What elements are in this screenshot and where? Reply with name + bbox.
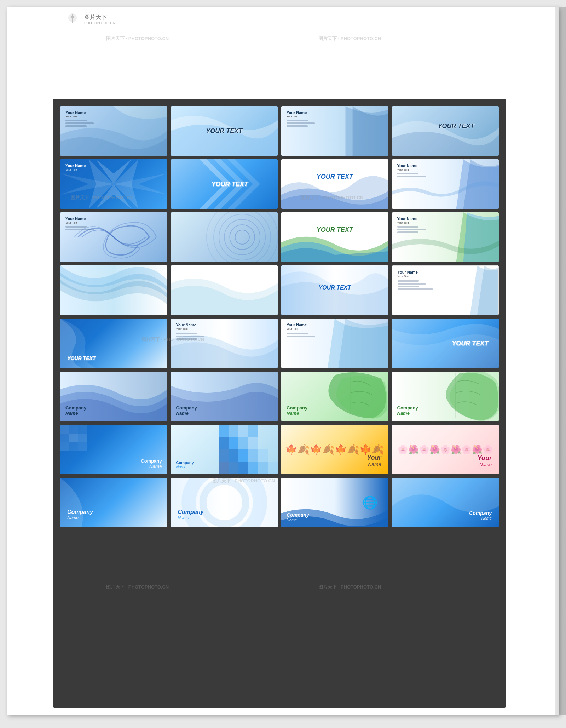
card-5[interactable]: Your Name Your Text bbox=[60, 159, 167, 209]
logo-icon bbox=[64, 11, 81, 28]
card-5-sub: Your Text bbox=[65, 168, 86, 172]
card-26[interactable]: Company Name bbox=[171, 425, 278, 474]
svg-point-9 bbox=[235, 230, 249, 244]
card-15[interactable]: YOUR TEXT bbox=[281, 265, 388, 315]
card-25[interactable]: Company Name bbox=[60, 425, 167, 474]
card-29[interactable]: Company Name bbox=[60, 478, 167, 527]
svg-rect-22 bbox=[78, 434, 87, 442]
svg-point-10 bbox=[230, 225, 255, 250]
card-12[interactable]: Your Name Your Text bbox=[392, 212, 499, 262]
svg-rect-23 bbox=[78, 442, 87, 451]
card-22[interactable]: Company Name bbox=[171, 372, 278, 421]
card-8-sub: Your Text bbox=[397, 168, 426, 172]
card-26-company: Company bbox=[176, 460, 194, 465]
card-4-text: YOUR TEXT bbox=[438, 122, 474, 130]
svg-rect-19 bbox=[78, 425, 87, 434]
svg-rect-17 bbox=[60, 434, 69, 442]
card-9[interactable]: Your Name Your Text bbox=[60, 212, 167, 262]
card-18-sub: Your Text bbox=[176, 327, 204, 331]
svg-rect-20 bbox=[60, 442, 69, 451]
card-3[interactable]: Your Name Your Text bbox=[281, 106, 388, 156]
card-22-name: Name bbox=[176, 411, 197, 416]
card-28-name2: Name bbox=[478, 462, 492, 467]
card-31-company: Company bbox=[287, 512, 309, 518]
card-32-company: Company bbox=[469, 510, 492, 516]
card-32[interactable]: Company Name bbox=[392, 478, 499, 527]
card-9-sub: Your Text bbox=[65, 221, 94, 225]
shadow-right bbox=[555, 7, 566, 715]
card-11-text: YOUR TEXT bbox=[317, 226, 353, 234]
svg-rect-18 bbox=[69, 434, 78, 442]
card-25-company: Company bbox=[141, 458, 162, 464]
dark-panel: Your Name Your Text YOUR TEXT Your Name … bbox=[53, 99, 506, 708]
card-24-company: Company bbox=[397, 405, 418, 411]
card-12-sub: Your Text bbox=[397, 221, 426, 225]
card-23-company: Company bbox=[287, 405, 307, 411]
card-29-company: Company bbox=[67, 509, 93, 515]
card-18[interactable]: Your Name Your Text bbox=[171, 319, 278, 368]
card-3-name: Your Name bbox=[287, 110, 315, 115]
card-17-text: YOUR TEXT bbox=[67, 355, 96, 361]
svg-rect-16 bbox=[69, 425, 78, 434]
card-12-name: Your Name bbox=[397, 217, 426, 221]
card-4[interactable]: YOUR TEXT bbox=[392, 106, 499, 156]
card-15-text: YOUR TEXT bbox=[318, 285, 351, 291]
svg-point-12 bbox=[219, 214, 265, 260]
card-2[interactable]: YOUR TEXT bbox=[171, 106, 278, 156]
card-30-company: Company bbox=[178, 509, 204, 515]
card-16[interactable]: Your Name Your Text bbox=[392, 265, 499, 315]
card-11[interactable]: YOUR TEXT bbox=[281, 212, 388, 262]
card-8[interactable]: Your Name Your Text bbox=[392, 159, 499, 209]
logo-text: 图片天下 bbox=[84, 14, 115, 21]
card-26-name: Name bbox=[176, 465, 194, 469]
card-27-name: Your bbox=[367, 454, 381, 462]
logo-sub: PHOTOPHOTO.CN bbox=[84, 21, 115, 25]
card-19[interactable]: Your Name Your Text bbox=[281, 319, 388, 368]
svg-point-25 bbox=[203, 481, 246, 524]
card-16-name: Your Name bbox=[398, 270, 433, 274]
card-17[interactable]: YOUR TEXT bbox=[60, 319, 167, 368]
globe-icon: 🌐 bbox=[362, 495, 378, 510]
svg-rect-21 bbox=[69, 442, 78, 451]
card-6[interactable]: YOUR TEXT bbox=[171, 159, 278, 209]
card-28[interactable]: 🌸🌺🌸🌺🌸🌺🌸🌺🌸 Your Name bbox=[392, 425, 499, 474]
svg-rect-15 bbox=[60, 425, 69, 434]
card-7[interactable]: YOUR TEXT bbox=[281, 159, 388, 209]
card-30-name: Name bbox=[178, 515, 204, 520]
logo-area: 图片天下 PHOTOPHOTO.CN bbox=[64, 11, 115, 28]
card-2-text: YOUR TEXT bbox=[206, 127, 242, 135]
card-24-name: Name bbox=[397, 411, 418, 416]
card-21-company: Company bbox=[65, 405, 86, 411]
card-29-name: Name bbox=[67, 515, 93, 520]
card-14[interactable] bbox=[171, 265, 278, 315]
card-19-name: Your Name bbox=[287, 323, 315, 327]
card-10[interactable] bbox=[171, 212, 278, 262]
card-5-name: Your Name bbox=[65, 164, 86, 168]
card-22-company: Company bbox=[176, 405, 197, 411]
card-27[interactable]: 🍁🍂🍁🍂🍁🍂🍁🍂 Your Name bbox=[281, 425, 388, 474]
card-13[interactable] bbox=[60, 265, 167, 315]
card-8-name: Your Name bbox=[397, 164, 426, 168]
card-1-name: Your Name bbox=[65, 110, 94, 115]
card-21[interactable]: Company Name bbox=[60, 372, 167, 421]
card-28-name: Your bbox=[478, 454, 492, 462]
card-18-name: Your Name bbox=[176, 323, 204, 327]
card-6-text: YOUR TEXT bbox=[211, 180, 248, 188]
card-25-name: Name bbox=[141, 464, 162, 469]
card-20-text: YOUR TEXT bbox=[452, 340, 488, 347]
card-23[interactable]: Company Name bbox=[281, 372, 388, 421]
card-16-sub: Your Text bbox=[398, 274, 433, 278]
card-31-name: Name bbox=[287, 518, 309, 522]
card-32-name: Name bbox=[469, 516, 492, 520]
card-19-sub: Your Text bbox=[287, 327, 315, 331]
card-24[interactable]: Company Name bbox=[392, 372, 499, 421]
card-27-name2: Name bbox=[367, 462, 381, 467]
card-1[interactable]: Your Name Your Text bbox=[60, 106, 167, 156]
card-1-subtext: Your Text bbox=[65, 115, 94, 119]
card-30[interactable]: Company Name bbox=[171, 478, 278, 527]
card-31[interactable]: Company Name 🌐 bbox=[281, 478, 388, 527]
card-23-name: Name bbox=[287, 411, 307, 416]
card-21-name: Name bbox=[65, 411, 86, 416]
card-20[interactable]: YOUR TEXT bbox=[392, 319, 499, 368]
card-7-text: YOUR TEXT bbox=[317, 173, 353, 180]
